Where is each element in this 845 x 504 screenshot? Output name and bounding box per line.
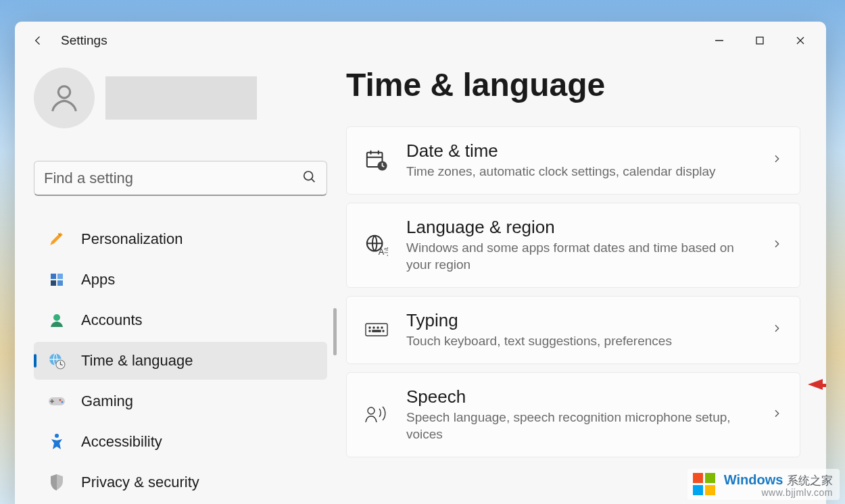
speech-icon	[364, 403, 389, 427]
shield-icon	[47, 473, 66, 492]
card-title: Speech	[406, 386, 754, 407]
card-speech[interactable]: Speech Speech language, speech recogniti…	[346, 372, 800, 457]
window-controls	[699, 24, 821, 57]
sidebar-item-label: Accessibility	[81, 433, 162, 451]
windows-logo-icon	[692, 472, 719, 499]
svg-point-23	[369, 327, 370, 328]
card-subtitle: Time zones, automatic clock settings, ca…	[406, 163, 754, 180]
svg-point-24	[373, 327, 375, 328]
titlebar-left: Settings	[30, 32, 107, 49]
sidebar-item-label: Apps	[81, 271, 115, 288]
watermark-brand: Windows	[724, 472, 783, 487]
watermark: Windows 系统之家 www.bjjmlv.com	[687, 469, 840, 500]
chevron-right-icon	[771, 323, 782, 336]
profile-section[interactable]	[34, 68, 327, 128]
content-area: Personalization Apps Accounts	[15, 59, 826, 504]
svg-point-17	[55, 434, 59, 438]
sidebar-item-time-language[interactable]: Time & language	[34, 342, 327, 380]
globe-language-icon: A字	[364, 233, 389, 257]
card-subtitle: Touch keyboard, text suggestions, prefer…	[406, 332, 754, 350]
svg-line-6	[312, 178, 315, 182]
svg-rect-8	[57, 274, 63, 279]
card-title: Language & region	[406, 217, 754, 238]
svg-rect-10	[57, 280, 63, 286]
chevron-right-icon	[771, 153, 782, 167]
card-body: Language & region Windows and some apps …	[406, 217, 754, 274]
svg-point-29	[383, 330, 384, 332]
watermark-text: Windows 系统之家 www.bjjmlv.com	[724, 472, 833, 498]
minimize-button[interactable]	[699, 24, 740, 57]
app-title: Settings	[61, 33, 107, 48]
sidebar-item-privacy[interactable]: Privacy & security	[34, 463, 327, 501]
sidebar-item-apps[interactable]: Apps	[34, 261, 327, 299]
sidebar-item-label: Time & language	[81, 352, 193, 370]
svg-point-16	[62, 401, 64, 403]
svg-point-11	[53, 314, 60, 321]
sidebar-item-accounts[interactable]: Accounts	[34, 301, 327, 339]
svg-rect-1	[756, 37, 763, 44]
sidebar-item-label: Accounts	[81, 311, 143, 329]
svg-point-5	[304, 171, 313, 180]
maximize-button[interactable]	[740, 24, 780, 57]
gamepad-icon	[47, 392, 66, 411]
globe-clock-icon	[47, 351, 66, 370]
svg-rect-22	[366, 324, 387, 336]
svg-point-27	[369, 330, 370, 332]
chevron-right-icon	[771, 238, 782, 252]
annotation-arrow	[801, 377, 826, 392]
svg-rect-28	[372, 330, 381, 332]
paintbrush-icon	[47, 230, 66, 249]
svg-point-30	[368, 407, 375, 414]
svg-point-15	[59, 399, 62, 401]
keyboard-icon	[364, 318, 389, 342]
person-icon	[47, 311, 66, 330]
settings-window: Settings	[15, 22, 826, 504]
chevron-right-icon	[771, 408, 782, 422]
card-title: Date & time	[406, 141, 754, 161]
card-typing[interactable]: Typing Touch keyboard, text suggestions,…	[346, 296, 800, 364]
svg-point-4	[58, 86, 70, 98]
svg-point-25	[377, 327, 379, 328]
watermark-brand-suffix: 系统之家	[787, 474, 833, 487]
sidebar-item-personalization[interactable]: Personalization	[34, 220, 327, 258]
search-box[interactable]	[34, 161, 327, 196]
username-placeholder	[105, 76, 257, 120]
search-icon	[302, 170, 317, 187]
svg-rect-9	[51, 280, 56, 286]
apps-icon	[47, 270, 66, 289]
accessibility-icon	[47, 432, 66, 451]
search-input[interactable]	[44, 170, 298, 187]
svg-point-26	[381, 327, 383, 328]
sidebar-item-label: Gaming	[81, 393, 133, 410]
title-bar: Settings	[15, 22, 826, 59]
watermark-url: www.bjjmlv.com	[724, 487, 833, 498]
calendar-clock-icon	[364, 148, 389, 172]
svg-rect-7	[51, 274, 56, 279]
page-title: Time & language	[346, 66, 800, 103]
card-subtitle: Windows and some apps format dates and t…	[406, 239, 754, 274]
avatar	[34, 68, 95, 128]
card-body: Speech Speech language, speech recogniti…	[406, 386, 754, 443]
card-date-time[interactable]: Date & time Time zones, automatic clock …	[346, 126, 800, 195]
sidebar: Personalization Apps Accounts	[15, 59, 346, 504]
card-title: Typing	[406, 310, 754, 331]
card-language-region[interactable]: A字 Language & region Windows and some ap…	[346, 203, 800, 288]
sidebar-item-label: Privacy & security	[81, 474, 199, 491]
back-button[interactable]	[30, 32, 46, 49]
sidebar-nav: Personalization Apps Accounts	[34, 220, 327, 501]
card-subtitle: Speech language, speech recognition micr…	[406, 409, 754, 443]
svg-text:A字: A字	[379, 247, 388, 257]
card-body: Typing Touch keyboard, text suggestions,…	[406, 310, 754, 350]
card-body: Date & time Time zones, automatic clock …	[406, 141, 754, 180]
sidebar-scrollbar[interactable]	[333, 308, 337, 355]
sidebar-item-accessibility[interactable]: Accessibility	[34, 423, 327, 461]
main-panel: Time & language Date & time Time zones, …	[346, 59, 826, 504]
sidebar-item-label: Personalization	[81, 230, 183, 248]
sidebar-item-gaming[interactable]: Gaming	[34, 382, 327, 420]
close-button[interactable]	[780, 24, 821, 57]
